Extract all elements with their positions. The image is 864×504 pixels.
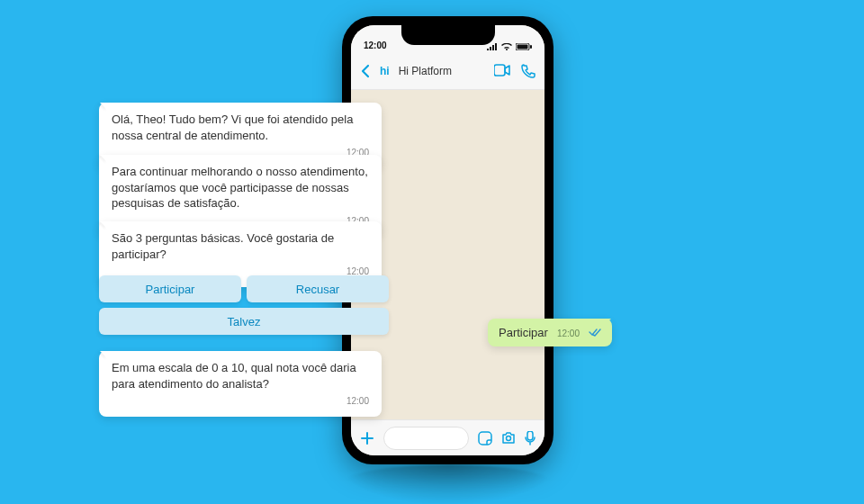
- quick-reply-options: Participar Recusar Talvez: [99, 275, 389, 335]
- svg-rect-6: [527, 431, 533, 440]
- option-talvez[interactable]: Talvez: [99, 308, 389, 335]
- svg-rect-1: [518, 45, 528, 50]
- message-text: Em uma escala de 0 a 10, qual nota você …: [112, 360, 369, 392]
- svg-point-5: [507, 436, 511, 440]
- mic-icon[interactable]: [525, 431, 536, 446]
- phone-notch: [401, 25, 495, 45]
- message-time: 12:00: [112, 395, 369, 408]
- chat-header: hi Hi Platform: [351, 52, 544, 90]
- option-participar[interactable]: Participar: [99, 275, 241, 302]
- header-logo: hi: [380, 65, 390, 77]
- signal-icon: [487, 43, 498, 50]
- voice-call-icon[interactable]: [521, 64, 536, 78]
- wifi-icon: [501, 43, 512, 50]
- chat-input-bar: [351, 419, 544, 455]
- battery-icon: [516, 43, 532, 50]
- sticker-icon[interactable]: [478, 431, 492, 446]
- reply-text: Participar: [499, 326, 548, 339]
- incoming-message-4: Em uma escala de 0 a 10, qual nota você …: [99, 351, 382, 417]
- message-text: São 3 perguntas básicas. Você gostaria d…: [112, 230, 369, 262]
- svg-rect-4: [479, 432, 491, 445]
- camera-icon[interactable]: [501, 432, 516, 445]
- read-receipt-icon: [589, 328, 601, 337]
- header-title: Hi Platform: [399, 65, 485, 77]
- message-input[interactable]: [383, 427, 469, 450]
- svg-rect-2: [530, 45, 532, 49]
- back-icon[interactable]: [360, 64, 371, 78]
- message-text: Olá, Theo! Tudo bem? Vi que foi atendido…: [112, 112, 369, 143]
- status-icons: [487, 43, 532, 50]
- option-recusar[interactable]: Recusar: [247, 275, 389, 302]
- status-time: 12:00: [364, 40, 387, 50]
- header-actions: [494, 64, 536, 78]
- reply-time: 12:00: [557, 328, 580, 338]
- svg-rect-3: [494, 65, 505, 76]
- video-call-icon[interactable]: [494, 64, 510, 78]
- outgoing-message: Participar 12:00: [488, 319, 612, 346]
- add-icon[interactable]: [360, 431, 374, 446]
- phone-reflection: [342, 464, 554, 504]
- message-text: Para continuar melhorando o nosso atendi…: [112, 164, 369, 212]
